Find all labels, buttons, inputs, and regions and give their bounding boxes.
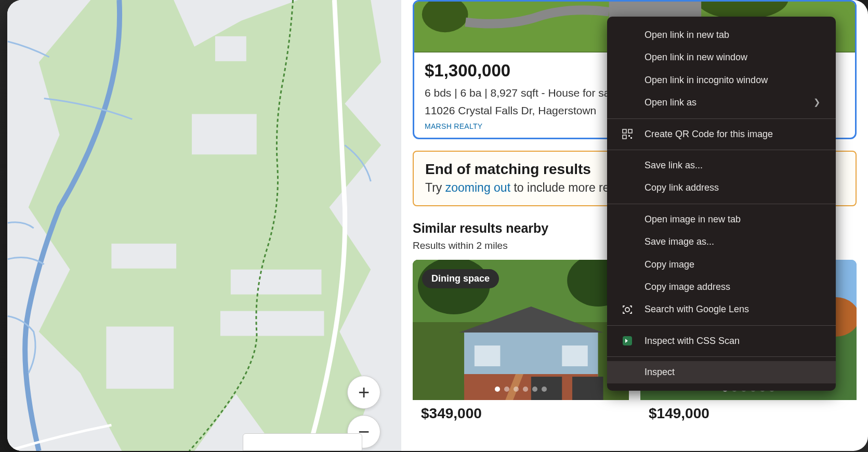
context-menu-label: Open link in incognito window bbox=[645, 74, 768, 86]
context-menu-item[interactable]: Open link in new window bbox=[607, 46, 836, 69]
svg-rect-21 bbox=[572, 377, 603, 400]
context-menu-divider bbox=[607, 204, 836, 204]
zoom-controls: + − bbox=[347, 376, 380, 422]
context-menu-item[interactable]: Open image in new tab bbox=[607, 208, 836, 231]
context-menu-label: Open image in new tab bbox=[645, 214, 741, 225]
context-menu-item[interactable]: Inspect bbox=[607, 361, 836, 383]
context-menu-item[interactable]: Open link in new tab bbox=[607, 24, 836, 46]
svg-rect-32 bbox=[623, 135, 626, 139]
qr-code-icon bbox=[622, 128, 633, 140]
end-prefix: Try bbox=[425, 181, 445, 194]
svg-rect-2 bbox=[192, 114, 257, 154]
context-menu-label: Inspect with CSS Scan bbox=[645, 335, 740, 347]
context-menu-label: Copy image bbox=[645, 259, 694, 271]
listing-tag-pill: Dining space bbox=[422, 269, 499, 288]
svg-rect-3 bbox=[111, 244, 176, 269]
similar-card-image[interactable]: Dining space bbox=[413, 260, 629, 400]
context-menu-label: Open link in new window bbox=[645, 51, 747, 63]
svg-rect-30 bbox=[623, 129, 626, 133]
context-menu-divider bbox=[607, 325, 836, 326]
carousel-dot[interactable] bbox=[542, 387, 547, 392]
carousel-dot[interactable] bbox=[514, 387, 519, 392]
similar-price: $349,000 bbox=[421, 405, 621, 422]
context-menu-item[interactable]: Inspect with CSS Scan bbox=[607, 330, 836, 352]
context-menu-label: Save link as... bbox=[645, 159, 703, 171]
carousel-dot[interactable] bbox=[523, 387, 528, 392]
context-menu-label: Open link in new tab bbox=[645, 29, 729, 41]
svg-rect-34 bbox=[630, 137, 632, 139]
context-menu[interactable]: Open link in new tabOpen link in new win… bbox=[607, 17, 836, 391]
map-canvas[interactable] bbox=[7, 0, 401, 451]
context-menu-label: Search with Google Lens bbox=[645, 303, 749, 315]
carousel-dots[interactable] bbox=[495, 387, 547, 392]
context-menu-label: Inspect bbox=[645, 366, 675, 378]
map-panel[interactable]: + − bbox=[7, 0, 401, 451]
context-menu-item[interactable]: Save image as... bbox=[607, 231, 836, 253]
svg-rect-33 bbox=[628, 135, 630, 137]
context-menu-item[interactable]: Copy image address bbox=[607, 276, 836, 298]
css-scan-icon bbox=[622, 335, 633, 347]
map-attribution-box bbox=[243, 433, 362, 451]
context-menu-label: Open link as bbox=[645, 97, 696, 109]
context-menu-label: Create QR Code for this image bbox=[645, 128, 773, 140]
zoom-out-link[interactable]: zooming out bbox=[445, 181, 510, 194]
context-menu-divider bbox=[607, 356, 836, 357]
svg-rect-31 bbox=[628, 129, 632, 133]
context-menu-label: Save image as... bbox=[645, 236, 714, 248]
carousel-dot[interactable] bbox=[532, 387, 537, 392]
context-menu-label: Copy image address bbox=[645, 281, 730, 293]
context-menu-item[interactable]: Open link as❯ bbox=[607, 91, 836, 114]
context-menu-item[interactable]: Copy link address bbox=[607, 177, 836, 199]
context-menu-divider bbox=[607, 118, 836, 119]
context-menu-label: Copy link address bbox=[645, 182, 719, 194]
svg-rect-18 bbox=[562, 345, 588, 366]
context-menu-item[interactable]: Copy image bbox=[607, 254, 836, 276]
context-menu-divider bbox=[607, 150, 836, 150]
context-menu-item[interactable]: Save link as... bbox=[607, 154, 836, 177]
svg-rect-1 bbox=[215, 36, 246, 61]
context-menu-item[interactable]: Create QR Code for this image bbox=[607, 123, 836, 145]
chevron-right-icon: ❯ bbox=[813, 97, 820, 108]
svg-rect-6 bbox=[106, 327, 174, 389]
zoom-in-button[interactable]: + bbox=[347, 376, 380, 409]
similar-card-body: $349,000 bbox=[413, 400, 629, 431]
carousel-dot[interactable] bbox=[504, 387, 509, 392]
svg-rect-17 bbox=[475, 345, 501, 366]
svg-rect-5 bbox=[220, 311, 324, 336]
google-lens-icon bbox=[622, 304, 633, 315]
svg-rect-4 bbox=[231, 270, 322, 295]
context-menu-item[interactable]: Search with Google Lens bbox=[607, 298, 836, 321]
similar-card-body: $149,000 bbox=[640, 400, 857, 431]
similar-price: $149,000 bbox=[649, 405, 848, 422]
similar-card[interactable]: Dining space $349,000 bbox=[413, 260, 629, 431]
context-menu-item[interactable]: Open link in incognito window bbox=[607, 69, 836, 91]
carousel-dot[interactable] bbox=[495, 387, 500, 392]
svg-point-35 bbox=[625, 308, 629, 312]
